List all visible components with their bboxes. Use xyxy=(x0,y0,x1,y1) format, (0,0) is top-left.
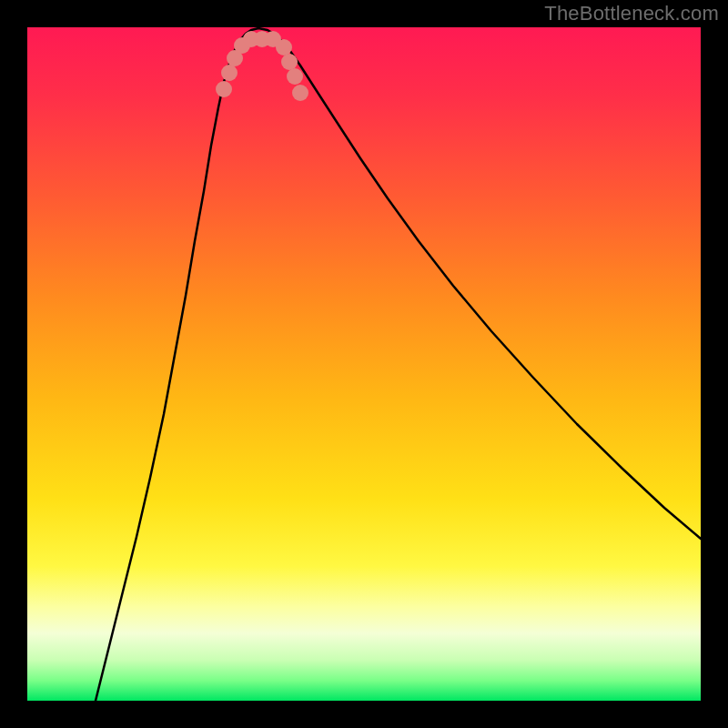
data-marker xyxy=(287,68,303,85)
bottleneck-chart xyxy=(27,27,701,701)
gradient-background xyxy=(27,27,701,701)
data-marker xyxy=(221,65,238,81)
chart-frame: TheBottleneck.com xyxy=(0,0,728,728)
watermark-text: TheBottleneck.com xyxy=(544,2,719,25)
data-marker xyxy=(292,85,308,101)
data-marker xyxy=(276,39,292,56)
data-marker xyxy=(281,54,298,70)
plot-area xyxy=(27,27,701,701)
data-marker xyxy=(216,81,232,97)
